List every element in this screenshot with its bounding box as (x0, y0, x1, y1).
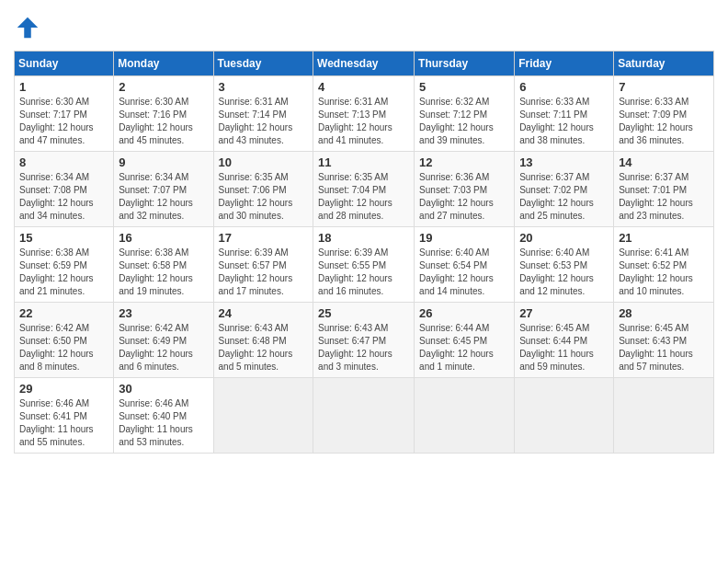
day-number: 6 (519, 80, 609, 94)
day-info: Sunrise: 6:46 AM Sunset: 6:41 PM Dayligh… (19, 397, 108, 449)
day-number: 21 (619, 231, 709, 245)
calendar-cell: 30Sunrise: 6:46 AM Sunset: 6:40 PM Dayli… (114, 378, 213, 454)
day-info: Sunrise: 6:32 AM Sunset: 7:12 PM Dayligh… (419, 96, 509, 147)
calendar-cell (614, 378, 714, 454)
calendar-cell: 15Sunrise: 6:38 AM Sunset: 6:59 PM Dayli… (15, 227, 114, 303)
calendar-cell (313, 378, 415, 454)
calendar-cell: 12Sunrise: 6:36 AM Sunset: 7:03 PM Dayli… (415, 152, 515, 227)
day-number: 22 (19, 306, 108, 320)
day-number: 14 (619, 155, 709, 169)
day-info: Sunrise: 6:34 AM Sunset: 7:07 PM Dayligh… (119, 171, 208, 223)
day-info: Sunrise: 6:45 AM Sunset: 6:44 PM Dayligh… (519, 322, 609, 373)
day-number: 29 (19, 382, 108, 396)
weekday-header: Saturday (614, 52, 714, 76)
day-info: Sunrise: 6:40 AM Sunset: 6:54 PM Dayligh… (419, 247, 509, 298)
day-info: Sunrise: 6:33 AM Sunset: 7:11 PM Dayligh… (519, 96, 609, 147)
day-info: Sunrise: 6:41 AM Sunset: 6:52 PM Dayligh… (619, 247, 709, 298)
day-number: 8 (19, 155, 108, 169)
calendar-cell: 20Sunrise: 6:40 AM Sunset: 6:53 PM Dayli… (515, 227, 614, 303)
calendar-cell: 6Sunrise: 6:33 AM Sunset: 7:11 PM Daylig… (515, 76, 614, 152)
calendar-cell: 10Sunrise: 6:35 AM Sunset: 7:06 PM Dayli… (213, 152, 313, 227)
calendar-body: 1Sunrise: 6:30 AM Sunset: 7:17 PM Daylig… (15, 76, 714, 454)
day-info: Sunrise: 6:34 AM Sunset: 7:08 PM Dayligh… (19, 171, 108, 223)
day-info: Sunrise: 6:30 AM Sunset: 7:16 PM Dayligh… (119, 96, 208, 147)
day-info: Sunrise: 6:38 AM Sunset: 6:59 PM Dayligh… (19, 247, 108, 298)
day-info: Sunrise: 6:45 AM Sunset: 6:43 PM Dayligh… (619, 322, 709, 373)
day-info: Sunrise: 6:36 AM Sunset: 7:03 PM Dayligh… (419, 171, 509, 223)
day-number: 28 (619, 306, 709, 320)
day-info: Sunrise: 6:33 AM Sunset: 7:09 PM Dayligh… (619, 96, 709, 147)
day-number: 19 (419, 231, 509, 245)
calendar-cell: 9Sunrise: 6:34 AM Sunset: 7:07 PM Daylig… (114, 152, 213, 227)
calendar-week-row: 29Sunrise: 6:46 AM Sunset: 6:41 PM Dayli… (15, 378, 714, 454)
calendar-cell: 14Sunrise: 6:37 AM Sunset: 7:01 PM Dayli… (614, 152, 714, 227)
calendar-cell (213, 378, 313, 454)
calendar-cell: 28Sunrise: 6:45 AM Sunset: 6:43 PM Dayli… (614, 303, 714, 378)
day-number: 24 (219, 306, 309, 320)
day-info: Sunrise: 6:39 AM Sunset: 6:55 PM Dayligh… (318, 247, 409, 298)
day-number: 30 (119, 382, 208, 396)
calendar-cell: 13Sunrise: 6:37 AM Sunset: 7:02 PM Dayli… (515, 152, 614, 227)
day-number: 15 (19, 231, 108, 245)
calendar-cell: 23Sunrise: 6:42 AM Sunset: 6:49 PM Dayli… (114, 303, 213, 378)
day-info: Sunrise: 6:42 AM Sunset: 6:50 PM Dayligh… (19, 322, 108, 373)
day-number: 12 (419, 155, 509, 169)
logo-icon (14, 14, 41, 41)
day-info: Sunrise: 6:43 AM Sunset: 6:47 PM Dayligh… (318, 322, 409, 373)
day-number: 7 (619, 80, 709, 94)
day-info: Sunrise: 6:35 AM Sunset: 7:06 PM Dayligh… (219, 171, 309, 223)
day-number: 16 (119, 231, 208, 245)
day-number: 18 (318, 231, 409, 245)
calendar-cell: 22Sunrise: 6:42 AM Sunset: 6:50 PM Dayli… (15, 303, 114, 378)
calendar-table: SundayMondayTuesdayWednesdayThursdayFrid… (14, 51, 714, 454)
calendar-cell: 21Sunrise: 6:41 AM Sunset: 6:52 PM Dayli… (614, 227, 714, 303)
day-number: 3 (219, 80, 309, 94)
day-number: 13 (519, 155, 609, 169)
day-info: Sunrise: 6:40 AM Sunset: 6:53 PM Dayligh… (519, 247, 609, 298)
day-info: Sunrise: 6:37 AM Sunset: 7:01 PM Dayligh… (619, 171, 709, 223)
svg-marker-0 (17, 17, 39, 39)
day-info: Sunrise: 6:39 AM Sunset: 6:57 PM Dayligh… (219, 247, 309, 298)
day-number: 17 (219, 231, 309, 245)
day-number: 26 (419, 306, 509, 320)
day-info: Sunrise: 6:31 AM Sunset: 7:14 PM Dayligh… (219, 96, 309, 147)
day-info: Sunrise: 6:31 AM Sunset: 7:13 PM Dayligh… (318, 96, 409, 147)
page-header (14, 14, 714, 41)
calendar-cell (515, 378, 614, 454)
calendar-cell: 24Sunrise: 6:43 AM Sunset: 6:48 PM Dayli… (213, 303, 313, 378)
day-info: Sunrise: 6:46 AM Sunset: 6:40 PM Dayligh… (119, 397, 208, 449)
calendar-cell: 1Sunrise: 6:30 AM Sunset: 7:17 PM Daylig… (15, 76, 114, 152)
day-info: Sunrise: 6:43 AM Sunset: 6:48 PM Dayligh… (219, 322, 309, 373)
day-number: 1 (19, 80, 108, 94)
day-number: 5 (419, 80, 509, 94)
calendar-cell: 2Sunrise: 6:30 AM Sunset: 7:16 PM Daylig… (114, 76, 213, 152)
day-number: 10 (219, 155, 309, 169)
calendar-cell: 7Sunrise: 6:33 AM Sunset: 7:09 PM Daylig… (614, 76, 714, 152)
calendar-cell: 25Sunrise: 6:43 AM Sunset: 6:47 PM Dayli… (313, 303, 415, 378)
day-info: Sunrise: 6:30 AM Sunset: 7:17 PM Dayligh… (19, 96, 108, 147)
weekday-header: Sunday (15, 52, 114, 76)
weekday-header: Friday (515, 52, 614, 76)
calendar-cell: 16Sunrise: 6:38 AM Sunset: 6:58 PM Dayli… (114, 227, 213, 303)
calendar-week-row: 8Sunrise: 6:34 AM Sunset: 7:08 PM Daylig… (15, 152, 714, 227)
calendar-cell: 3Sunrise: 6:31 AM Sunset: 7:14 PM Daylig… (213, 76, 313, 152)
calendar-cell: 26Sunrise: 6:44 AM Sunset: 6:45 PM Dayli… (415, 303, 515, 378)
day-info: Sunrise: 6:37 AM Sunset: 7:02 PM Dayligh… (519, 171, 609, 223)
weekday-header: Thursday (415, 52, 515, 76)
calendar-cell: 8Sunrise: 6:34 AM Sunset: 7:08 PM Daylig… (15, 152, 114, 227)
calendar-cell: 19Sunrise: 6:40 AM Sunset: 6:54 PM Dayli… (415, 227, 515, 303)
calendar-cell: 29Sunrise: 6:46 AM Sunset: 6:41 PM Dayli… (15, 378, 114, 454)
day-info: Sunrise: 6:42 AM Sunset: 6:49 PM Dayligh… (119, 322, 208, 373)
calendar-header-row: SundayMondayTuesdayWednesdayThursdayFrid… (15, 52, 714, 76)
calendar-cell (415, 378, 515, 454)
day-info: Sunrise: 6:44 AM Sunset: 6:45 PM Dayligh… (419, 322, 509, 373)
calendar-week-row: 1Sunrise: 6:30 AM Sunset: 7:17 PM Daylig… (15, 76, 714, 152)
day-number: 27 (519, 306, 609, 320)
calendar-cell: 27Sunrise: 6:45 AM Sunset: 6:44 PM Dayli… (515, 303, 614, 378)
day-number: 2 (119, 80, 208, 94)
weekday-header: Monday (114, 52, 213, 76)
weekday-header: Wednesday (313, 52, 415, 76)
calendar-week-row: 15Sunrise: 6:38 AM Sunset: 6:59 PM Dayli… (15, 227, 714, 303)
day-number: 4 (318, 80, 409, 94)
day-number: 25 (318, 306, 409, 320)
